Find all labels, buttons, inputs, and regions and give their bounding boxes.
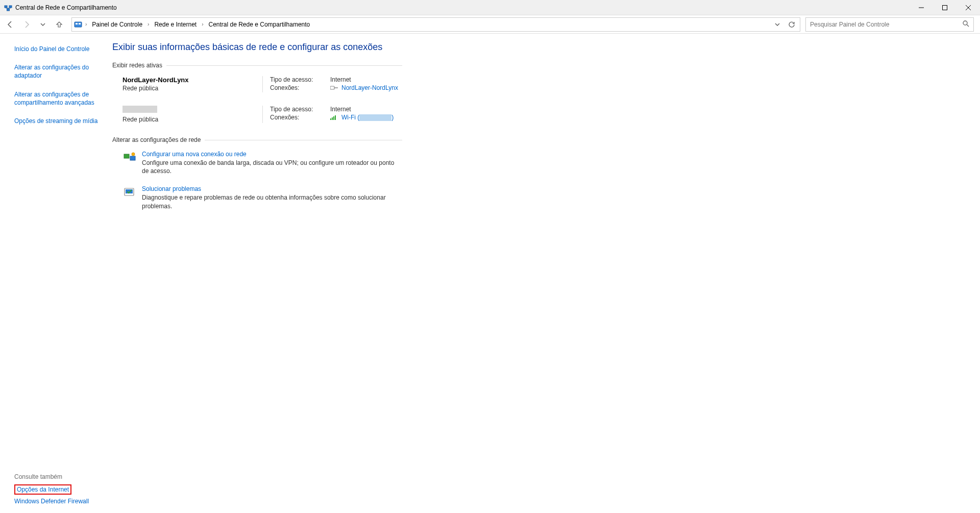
svg-rect-0 (5, 6, 7, 8)
address-bar[interactable]: › Painel de Controle › Rede e Internet ›… (71, 17, 800, 32)
search-icon[interactable] (962, 20, 969, 29)
titlebar: Central de Rede e Compartilhamento (0, 0, 980, 15)
breadcrumb-leaf[interactable]: Central de Rede e Compartilhamento (207, 20, 312, 29)
see-also-heading: Consulte também (14, 473, 102, 480)
access-type-label: Tipo de acesso: (270, 76, 330, 83)
breadcrumb-root[interactable]: Painel de Controle (90, 20, 144, 29)
ssid-redacted (359, 114, 391, 121)
sidebar-adapter[interactable]: Alterar as configurações do adaptador (14, 61, 102, 82)
troubleshoot-icon (122, 185, 137, 200)
access-type-value: Internet (330, 106, 351, 113)
page-title: Exibir suas informações básicas de rede … (112, 42, 402, 53)
breadcrumb-mid[interactable]: Rede e Internet (152, 20, 199, 29)
svg-rect-5 (76, 23, 78, 25)
chevron-right-icon[interactable]: › (84, 21, 88, 27)
connection-link[interactable]: Wi-Fi () (341, 114, 394, 121)
refresh-button[interactable] (786, 18, 798, 31)
svg-rect-2 (7, 9, 10, 11)
svg-rect-12 (335, 115, 336, 120)
svg-rect-11 (333, 116, 334, 120)
maximize-button[interactable] (933, 0, 957, 15)
access-type-value: Internet (330, 76, 351, 83)
network-center-icon (4, 4, 12, 12)
forward-button[interactable] (19, 17, 34, 32)
address-dropdown[interactable] (771, 18, 783, 31)
setup-connection-icon (122, 151, 137, 165)
see-also-internet-options[interactable]: Opções da Internet (14, 484, 71, 495)
access-type-label: Tipo de acesso: (270, 106, 330, 113)
ethernet-icon (330, 85, 338, 91)
wifi-icon (330, 114, 338, 120)
svg-point-7 (963, 21, 967, 25)
network-name: NordLayer-NordLynx (122, 76, 252, 84)
close-button[interactable] (957, 0, 980, 15)
search-input[interactable] (810, 21, 962, 28)
network-entry: Rede pública Tipo de acesso: Internet Co… (112, 106, 402, 123)
navbar: › Painel de Controle › Rede e Internet ›… (0, 15, 980, 34)
minimize-button[interactable] (910, 0, 933, 15)
svg-rect-14 (130, 156, 135, 160)
up-button[interactable] (52, 17, 66, 32)
sidebar-sharing[interactable]: Alterar as configurações de compartilham… (14, 88, 102, 109)
troubleshoot-link[interactable]: Solucionar problemas (142, 185, 201, 192)
chevron-right-icon[interactable]: › (146, 21, 150, 27)
search-box[interactable] (805, 17, 974, 32)
network-entry: NordLayer-NordLynx Rede pública Tipo de … (112, 76, 402, 92)
svg-rect-8 (330, 86, 334, 89)
svg-rect-10 (332, 117, 333, 120)
svg-rect-1 (9, 6, 12, 8)
setup-connection-link[interactable]: Configurar uma nova conexão ou rede (142, 151, 247, 158)
troubleshoot-desc: Diagnostique e repare problemas de rede … (142, 193, 402, 210)
see-also-firewall[interactable]: Windows Defender Firewall (14, 497, 89, 506)
network-type: Rede pública (122, 116, 252, 123)
sidebar: Início do Painel de Controle Alterar as … (0, 34, 107, 513)
svg-rect-3 (943, 6, 947, 10)
control-panel-icon (74, 20, 82, 29)
svg-rect-9 (330, 118, 331, 120)
sidebar-home[interactable]: Início do Painel de Controle (14, 43, 102, 55)
setup-connection-desc: Configure uma conexão de banda larga, di… (142, 159, 402, 175)
svg-rect-6 (79, 23, 81, 25)
back-button[interactable] (3, 17, 17, 32)
window-controls (910, 0, 980, 15)
network-type: Rede pública (122, 85, 252, 92)
connections-label: Conexões: (270, 114, 330, 121)
connection-link[interactable]: NordLayer-NordLynx (341, 84, 398, 91)
connections-label: Conexões: (270, 84, 330, 91)
sidebar-streaming[interactable]: Opções de streaming de mídia (14, 115, 102, 127)
section-change-settings: Alterar as configurações de rede (112, 136, 402, 143)
chevron-right-icon[interactable]: › (201, 21, 204, 27)
window-title: Central de Rede e Compartilhamento (15, 4, 910, 11)
svg-rect-13 (124, 154, 129, 158)
troubleshoot-action: Solucionar problemas Diagnostique e repa… (112, 185, 402, 210)
setup-connection-action: Configurar uma nova conexão ou rede Conf… (112, 151, 402, 175)
svg-point-15 (132, 153, 135, 156)
main-content: Exibir suas informações básicas de rede … (107, 34, 402, 513)
network-name-redacted (122, 106, 157, 113)
recent-dropdown[interactable] (36, 17, 50, 32)
section-active-networks: Exibir redes ativas (112, 62, 402, 69)
